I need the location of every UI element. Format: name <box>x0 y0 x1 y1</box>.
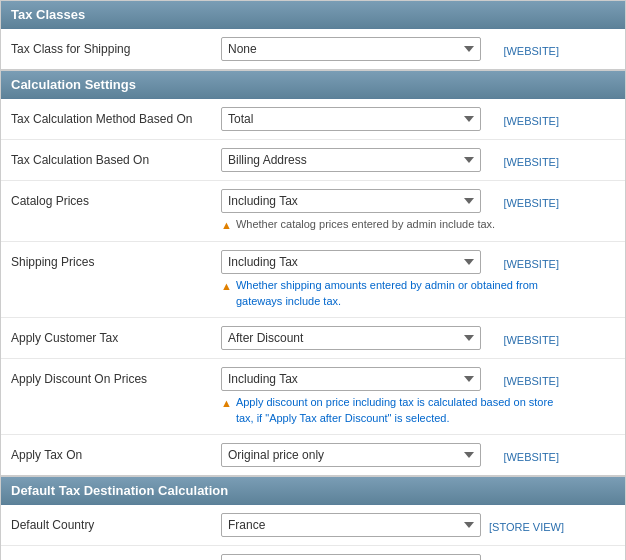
apply-customer-tax-control-row: Before Discount After Discount [WEBSITE] <box>221 326 615 350</box>
catalog-prices-hint-text: Whether catalog prices entered by admin … <box>236 217 495 232</box>
apply-discount-label: Apply Discount On Prices <box>11 367 221 388</box>
default-postcode-wrap: [STORE VIEW] <box>221 554 615 560</box>
apply-discount-hint-icon: ▲ <box>221 396 232 411</box>
shipping-prices-select[interactable]: Excluding Tax Including Tax <box>221 250 481 274</box>
shipping-prices-hint-text: Whether shipping amounts entered by admi… <box>236 278 561 309</box>
tax-class-shipping-select[interactable]: None Taxable Goods Shipping <box>221 37 481 61</box>
default-country-select[interactable]: France United States Germany United King… <box>221 513 481 537</box>
shipping-prices-wrap: Excluding Tax Including Tax [WEBSITE] ▲ … <box>221 250 615 309</box>
method-based-on-control-row: Total Unit Price Row Total [WEBSITE] <box>221 107 615 131</box>
apply-tax-on-row: Apply Tax On Original price only Custom … <box>1 435 625 475</box>
catalog-prices-row: Catalog Prices Excluding Tax Including T… <box>1 181 625 242</box>
apply-tax-on-scope[interactable]: [WEBSITE] <box>489 447 559 463</box>
default-country-label: Default Country <box>11 513 221 534</box>
shipping-prices-scope[interactable]: [WEBSITE] <box>489 254 559 270</box>
shipping-prices-hint-icon: ▲ <box>221 279 232 294</box>
shipping-prices-control-row: Excluding Tax Including Tax [WEBSITE] <box>221 250 615 274</box>
calculation-settings-section: Calculation Settings Tax Calculation Met… <box>0 70 626 476</box>
page-wrapper: Tax Classes Tax Class for Shipping None … <box>0 0 626 560</box>
method-based-on-row: Tax Calculation Method Based On Total Un… <box>1 99 625 140</box>
catalog-prices-control-row: Excluding Tax Including Tax [WEBSITE] <box>221 189 615 213</box>
tax-class-shipping-label: Tax Class for Shipping <box>11 37 221 58</box>
apply-customer-tax-select[interactable]: Before Discount After Discount <box>221 326 481 350</box>
apply-discount-row: Apply Discount On Prices Excluding Tax I… <box>1 359 625 435</box>
tax-classes-section: Tax Classes Tax Class for Shipping None … <box>0 0 626 70</box>
tax-classes-body: Tax Class for Shipping None Taxable Good… <box>1 29 625 69</box>
based-on-row: Tax Calculation Based On Billing Address… <box>1 140 625 181</box>
based-on-select[interactable]: Billing Address Shipping Address Shippin… <box>221 148 481 172</box>
shipping-prices-label: Shipping Prices <box>11 250 221 271</box>
shipping-prices-hint: ▲ Whether shipping amounts entered by ad… <box>221 278 561 309</box>
default-tax-destination-title: Default Tax Destination Calculation <box>11 483 228 498</box>
shipping-prices-row: Shipping Prices Excluding Tax Including … <box>1 242 625 318</box>
calculation-settings-header: Calculation Settings <box>1 71 625 99</box>
method-based-on-label: Tax Calculation Method Based On <box>11 107 221 128</box>
catalog-prices-hint: ▲ Whether catalog prices entered by admi… <box>221 217 561 233</box>
apply-customer-tax-scope[interactable]: [WEBSITE] <box>489 330 559 346</box>
default-postcode-control-row: [STORE VIEW] <box>221 554 615 560</box>
calculation-settings-title: Calculation Settings <box>11 77 136 92</box>
default-tax-destination-section: Default Tax Destination Calculation Defa… <box>0 476 626 560</box>
catalog-prices-wrap: Excluding Tax Including Tax [WEBSITE] ▲ … <box>221 189 615 233</box>
apply-tax-on-label: Apply Tax On <box>11 443 221 464</box>
apply-discount-hint: ▲ Apply discount on price including tax … <box>221 395 561 426</box>
tax-class-shipping-control-wrap: None Taxable Goods Shipping [WEBSITE] <box>221 37 615 61</box>
based-on-control-row: Billing Address Shipping Address Shippin… <box>221 148 615 172</box>
tax-classes-title: Tax Classes <box>11 7 85 22</box>
apply-discount-hint-text: Apply discount on price including tax is… <box>236 395 561 426</box>
apply-discount-scope[interactable]: [WEBSITE] <box>489 371 559 387</box>
calculation-settings-body: Tax Calculation Method Based On Total Un… <box>1 99 625 475</box>
method-based-on-wrap: Total Unit Price Row Total [WEBSITE] <box>221 107 615 131</box>
default-tax-destination-body: Default Country France United States Ger… <box>1 505 625 560</box>
default-country-scope[interactable]: [STORE VIEW] <box>489 517 564 533</box>
method-based-on-select[interactable]: Total Unit Price Row Total <box>221 107 481 131</box>
catalog-prices-scope[interactable]: [WEBSITE] <box>489 193 559 209</box>
apply-customer-tax-label: Apply Customer Tax <box>11 326 221 347</box>
default-country-control-row: France United States Germany United King… <box>221 513 615 537</box>
tax-class-shipping-scope[interactable]: [WEBSITE] <box>489 41 559 57</box>
apply-discount-control-row: Excluding Tax Including Tax [WEBSITE] <box>221 367 615 391</box>
method-based-on-scope[interactable]: [WEBSITE] <box>489 111 559 127</box>
based-on-scope[interactable]: [WEBSITE] <box>489 152 559 168</box>
apply-discount-wrap: Excluding Tax Including Tax [WEBSITE] ▲ … <box>221 367 615 426</box>
default-tax-destination-header: Default Tax Destination Calculation <box>1 477 625 505</box>
apply-customer-tax-wrap: Before Discount After Discount [WEBSITE] <box>221 326 615 350</box>
tax-class-shipping-control-row: None Taxable Goods Shipping [WEBSITE] <box>221 37 615 61</box>
apply-tax-on-select[interactable]: Original price only Custom price if avai… <box>221 443 481 467</box>
catalog-prices-select[interactable]: Excluding Tax Including Tax <box>221 189 481 213</box>
apply-customer-tax-row: Apply Customer Tax Before Discount After… <box>1 318 625 359</box>
based-on-wrap: Billing Address Shipping Address Shippin… <box>221 148 615 172</box>
apply-tax-on-control-row: Original price only Custom price if avai… <box>221 443 615 467</box>
default-postcode-input[interactable] <box>221 554 481 560</box>
default-country-wrap: France United States Germany United King… <box>221 513 615 537</box>
catalog-prices-label: Catalog Prices <box>11 189 221 210</box>
default-country-row: Default Country France United States Ger… <box>1 505 625 546</box>
default-postcode-label: Default Post Code <box>11 554 221 560</box>
apply-discount-select[interactable]: Excluding Tax Including Tax <box>221 367 481 391</box>
catalog-prices-hint-icon: ▲ <box>221 218 232 233</box>
tax-class-shipping-row: Tax Class for Shipping None Taxable Good… <box>1 29 625 69</box>
based-on-label: Tax Calculation Based On <box>11 148 221 169</box>
tax-classes-header: Tax Classes <box>1 1 625 29</box>
apply-tax-on-wrap: Original price only Custom price if avai… <box>221 443 615 467</box>
default-postcode-row: Default Post Code [STORE VIEW] <box>1 546 625 560</box>
